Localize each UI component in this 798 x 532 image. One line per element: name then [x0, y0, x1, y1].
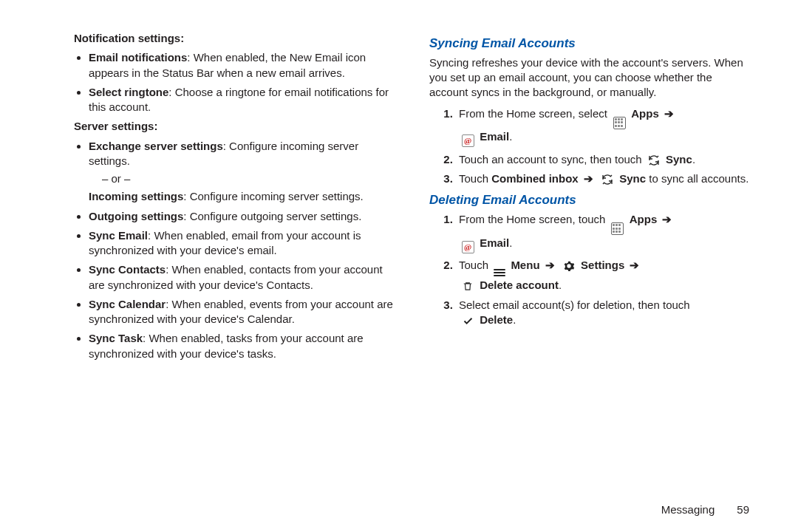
left-column: Notification settings: Email notificatio…	[74, 30, 398, 495]
step-text-tail: to sync all accounts.	[646, 172, 748, 185]
list-item: Outgoing settings: Configure outgoing se…	[89, 209, 398, 224]
list-item: Sync Calendar: When enabled, events from…	[89, 297, 398, 327]
delete-label: Delete	[480, 313, 513, 326]
list-item: Sync Contacts: When enabled, contacts fr…	[89, 262, 398, 293]
apps-icon	[611, 222, 624, 236]
sync-icon	[647, 154, 661, 167]
step-item: Touch Combined inbox ➔ Sync to sync all …	[456, 171, 754, 186]
arrow-icon: ➔	[664, 107, 674, 120]
item-term: Sync Email	[89, 229, 148, 242]
period: .	[509, 236, 512, 249]
gear-icon	[562, 259, 576, 273]
manual-page: Notification settings: Email notificatio…	[0, 0, 798, 532]
notification-settings-list: Email notifications: When enabled, the N…	[74, 50, 398, 115]
item-term: Email notifications	[89, 51, 187, 64]
arrow-icon: ➔	[545, 259, 555, 271]
check-icon	[461, 314, 474, 327]
deleting-heading: Deleting Email Accounts	[429, 192, 754, 209]
step-text: Touch	[459, 259, 491, 271]
step-item: Select email account(s) for deletion, th…	[456, 298, 754, 328]
list-item: Sync Email: When enabled, email from you…	[89, 228, 398, 259]
item-term: Incoming settings	[89, 190, 183, 202]
list-item: Exchange server settings: Configure inco…	[89, 139, 398, 205]
item-term: Sync Task	[89, 332, 143, 344]
item-term: Sync Calendar	[89, 298, 166, 310]
section-name: Messaging	[661, 502, 715, 517]
sync-label: Sync	[619, 172, 646, 185]
list-item: Select ringtone: Choose a ringtone for e…	[89, 85, 398, 115]
trash-icon	[461, 280, 474, 293]
page-number: 59	[737, 502, 749, 517]
list-item: Email notifications: When enabled, the N…	[89, 50, 398, 81]
two-column-layout: Notification settings: Email notificatio…	[74, 30, 754, 495]
apps-icon	[613, 116, 626, 129]
arrow-icon: ➔	[662, 213, 672, 225]
period: .	[559, 279, 562, 291]
apps-label: Apps	[631, 107, 662, 120]
step-item: From the Home screen, touch Apps ➔ @ Ema…	[456, 212, 754, 253]
arrow-icon: ➔	[584, 172, 593, 185]
combined-inbox-label: Combined inbox	[491, 172, 582, 185]
email-label: Email	[480, 236, 509, 249]
syncing-heading: Syncing Email Accounts	[429, 35, 754, 52]
delete-account-label: Delete account	[480, 279, 559, 291]
period: .	[509, 130, 512, 143]
server-settings-heading: Server settings:	[74, 119, 398, 134]
sync-label: Sync	[666, 153, 692, 166]
menu-icon	[494, 267, 505, 278]
email-icon: @	[461, 134, 474, 148]
step-text: Touch	[459, 172, 491, 185]
syncing-intro: Syncing refreshes your device with the a…	[429, 55, 754, 100]
email-icon: @	[461, 240, 474, 253]
item-desc: : Configure incoming server settings.	[183, 190, 363, 202]
item-term: Sync Contacts	[89, 263, 166, 276]
period: .	[513, 313, 516, 326]
period: .	[692, 153, 695, 166]
step-text: Select email account(s) for deletion, th…	[459, 299, 690, 311]
item-desc: : Configure outgoing server settings.	[183, 210, 361, 222]
item-term: Outgoing settings	[89, 210, 183, 222]
syncing-steps: From the Home screen, select Apps ➔ @ Em…	[429, 106, 754, 187]
email-label: Email	[480, 130, 509, 143]
step-text: From the Home screen, select	[459, 107, 610, 120]
step-item: Touch Menu ➔ Settings ➔ Delete account.	[456, 258, 754, 293]
settings-label: Settings	[581, 259, 627, 271]
notification-settings-heading: Notification settings:	[74, 31, 398, 46]
sync-icon	[601, 173, 614, 186]
step-text: Touch an account to sync, then touch	[459, 153, 645, 166]
deleting-steps: From the Home screen, touch Apps ➔ @ Ema…	[429, 212, 754, 327]
page-footer: Messaging 59	[74, 502, 754, 517]
step-item: Touch an account to sync, then touch Syn…	[456, 152, 754, 167]
step-item: From the Home screen, select Apps ➔ @ Em…	[456, 106, 754, 148]
item-term: Select ringtone	[89, 86, 168, 98]
right-column: Syncing Email Accounts Syncing refreshes…	[429, 30, 754, 495]
menu-label: Menu	[511, 259, 542, 271]
list-item: Sync Task: When enabled, tasks from your…	[89, 331, 398, 361]
server-settings-list: Exchange server settings: Configure inco…	[74, 139, 398, 361]
step-text: From the Home screen, touch	[459, 213, 609, 225]
arrow-icon: ➔	[630, 259, 639, 271]
item-term: Exchange server settings	[89, 140, 223, 152]
or-divider: – or –	[102, 171, 398, 186]
apps-label: Apps	[630, 213, 661, 225]
